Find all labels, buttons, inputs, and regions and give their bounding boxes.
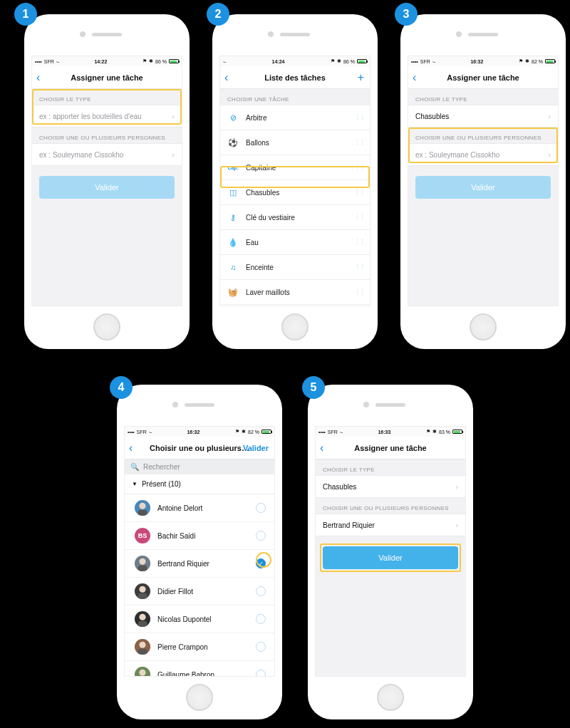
people-field[interactable]: ex : Souleymane Cissokho › [32, 143, 182, 166]
task-row-water[interactable]: 💧Eau⋮⋮ [220, 230, 370, 255]
task-row-wash[interactable]: 🧺Laver maillots⋮⋮ [220, 280, 370, 305]
back-button[interactable]: ‹ [224, 71, 228, 84]
person-name: Antoine Delort [157, 504, 202, 512]
status-bar: ⏦ 14:24 ⚑✱86 % [220, 56, 370, 66]
task-row-bib[interactable]: ◫Chasubles⋮⋮ [220, 180, 370, 205]
type-field[interactable]: Chasubles › [316, 475, 465, 498]
back-button[interactable]: ‹ [413, 71, 416, 84]
svg-point-7 [139, 586, 145, 593]
nav-bar: ‹ Choisir une ou plusieurs perso... Vali… [125, 437, 274, 459]
home-button[interactable] [186, 684, 213, 711]
drag-handle-icon[interactable]: ⋮⋮ [354, 167, 364, 169]
phone-camera [363, 402, 369, 407]
svg-rect-11 [138, 621, 147, 627]
person-row[interactable]: Pierre Crampon [125, 633, 274, 661]
home-button[interactable] [377, 684, 404, 711]
avatar [135, 583, 150, 599]
avatar [135, 611, 150, 627]
person-row[interactable]: Guillaume Babron [125, 661, 274, 677]
section-header-type: CHOISIR LE TYPE [408, 89, 558, 105]
task-row-speaker[interactable]: ♫Enceinte⋮⋮ [220, 255, 370, 280]
type-value: Chasubles [415, 113, 449, 120]
step-badge-2: 2 [207, 3, 229, 26]
person-row[interactable]: Didier Fillot [125, 578, 274, 605]
status-bar: ••••SFR⏦ 16:32 ⚑✱82 % [125, 427, 274, 437]
svg-point-10 [139, 614, 145, 620]
person-name: Bertrand Riquier [157, 560, 209, 568]
nav-bar: ‹ Liste des tâches + [220, 66, 370, 89]
svg-rect-2 [138, 510, 147, 516]
section-header-people: CHOISIR UNE OU PLUSIEURS PERSONNES [408, 128, 558, 144]
radio-unchecked[interactable] [256, 503, 266, 513]
screen-5: ••••SFR⏦ 16:33 ⚑✱83 % ‹ Assigner une tâc… [315, 426, 466, 677]
svg-rect-14 [138, 649, 147, 655]
cap-icon: Cap. [227, 162, 239, 173]
phone-speaker [92, 33, 122, 36]
task-label: Enceinte [246, 264, 274, 271]
people-field[interactable]: ex : Souleymane Cissokho › [408, 143, 558, 166]
back-button[interactable]: ‹ [129, 442, 133, 454]
avatar [135, 667, 150, 677]
person-row[interactable]: BSBachir Saidi [125, 522, 274, 550]
group-header-present[interactable]: ▼ Présent (10) [125, 474, 274, 494]
home-button[interactable] [93, 313, 120, 340]
people-field[interactable]: Bertrand Riquier › [316, 514, 465, 536]
task-row-ball[interactable]: ⚽Ballons⋮⋮ [220, 130, 370, 155]
avatar: BS [135, 528, 150, 544]
home-button[interactable] [470, 313, 497, 340]
task-row-bread[interactable]: 🥐Petit-dej'⋮⋮ [220, 305, 370, 306]
add-button[interactable]: + [358, 71, 364, 84]
validate-button[interactable]: Valider [323, 546, 458, 569]
drag-handle-icon[interactable]: ⋮⋮ [354, 241, 364, 244]
task-row-cap[interactable]: Cap.Capitaine⋮⋮ [220, 155, 370, 180]
chevron-right-icon: › [455, 482, 458, 491]
radio-unchecked[interactable] [256, 670, 266, 677]
task-list: ⊘Arbitre⋮⋮⚽Ballons⋮⋮Cap.Capitaine⋮⋮◫Chas… [220, 105, 370, 306]
svg-rect-8 [138, 593, 147, 599]
group-label: Présent (10) [142, 480, 181, 488]
home-button[interactable] [281, 313, 309, 340]
validate-link[interactable]: Valider [243, 444, 269, 452]
nav-bar: ‹ Assigner une tâche [32, 66, 182, 89]
person-row[interactable]: Bertrand Riquier✓ [125, 550, 274, 578]
drag-handle-icon[interactable]: ⋮⋮ [354, 266, 364, 269]
step-badge-1: 1 [14, 3, 37, 26]
drag-handle-icon[interactable]: ⋮⋮ [354, 291, 364, 293]
back-button[interactable]: ‹ [320, 442, 323, 454]
people-list: Antoine DelortBSBachir SaidiBertrand Riq… [125, 494, 274, 677]
person-row[interactable]: Antoine Delort [125, 494, 274, 522]
section-header-type: CHOISIR LE TYPE [316, 459, 465, 476]
type-field[interactable]: ex : apporter les bouteilles d'eau › [32, 105, 182, 128]
step-badge-3: 3 [395, 3, 418, 26]
task-row-key[interactable]: ⚷Clé du vestiaire⋮⋮ [220, 205, 370, 230]
svg-point-16 [139, 670, 145, 676]
people-placeholder: ex : Souleymane Cissokho [415, 151, 499, 159]
status-bar: ••••SFR⏦ 14:22 ⚑✱86 % [32, 56, 182, 66]
validate-button[interactable]: Valider [415, 176, 551, 199]
nav-bar: ‹ Assigner une tâche [316, 437, 465, 459]
phone-speaker [185, 403, 214, 407]
radio-checked[interactable]: ✓ [256, 558, 266, 568]
section-header-type: CHOISIR LE TYPE [32, 89, 182, 105]
person-name: Bachir Saidi [157, 532, 195, 540]
radio-unchecked[interactable] [256, 531, 266, 541]
task-label: Chasubles [246, 189, 279, 197]
task-label: Laver maillots [246, 288, 290, 296]
search-bar[interactable]: 🔍 Rechercher [125, 459, 274, 474]
drag-handle-icon[interactable]: ⋮⋮ [354, 117, 364, 119]
radio-unchecked[interactable] [256, 614, 266, 624]
drag-handle-icon[interactable]: ⋮⋮ [354, 217, 364, 219]
type-field[interactable]: Chasubles › [408, 105, 558, 128]
validate-button[interactable]: Valider [39, 176, 175, 199]
person-row[interactable]: Nicolas Dupontel [125, 605, 274, 633]
radio-unchecked[interactable] [256, 642, 266, 652]
drag-handle-icon[interactable]: ⋮⋮ [354, 142, 364, 144]
ball-icon: ⚽ [227, 137, 239, 148]
radio-unchecked[interactable] [256, 586, 266, 596]
drag-handle-icon[interactable]: ⋮⋮ [354, 192, 364, 194]
task-label: Clé du vestiaire [246, 214, 295, 222]
people-value: Bertrand Riquier [323, 521, 375, 529]
phone-5: ••••SFR⏦ 16:33 ⚑✱83 % ‹ Assigner une tâc… [308, 385, 473, 719]
task-row-whistle[interactable]: ⊘Arbitre⋮⋮ [220, 105, 370, 130]
back-button[interactable]: ‹ [36, 71, 40, 84]
